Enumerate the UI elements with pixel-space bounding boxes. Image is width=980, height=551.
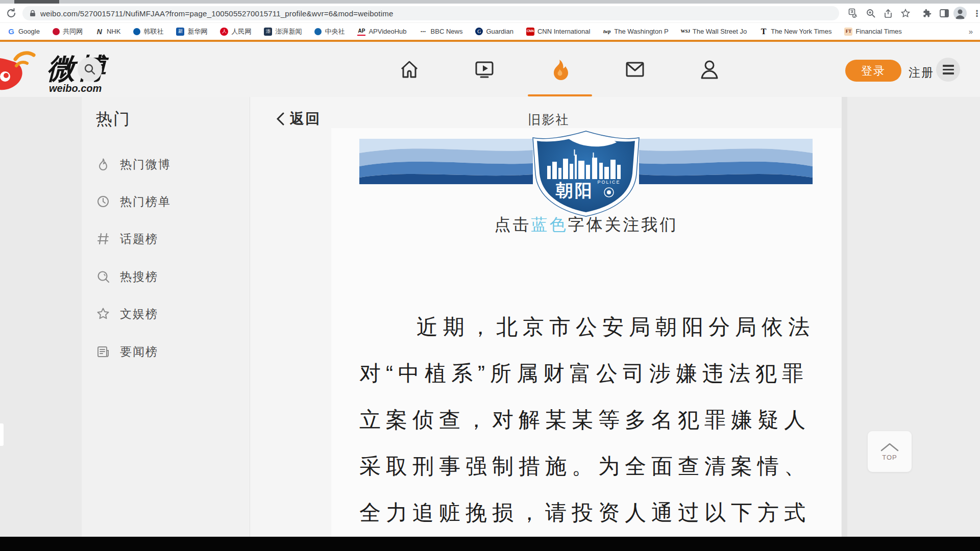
nyt-favicon-icon: T [760, 28, 768, 36]
article-card: 朝阳 POLICE 点击蓝色字体关注我们 近期，北京市公安局朝阳分局依法 对“中… [331, 128, 841, 537]
bottom-black-bar [0, 537, 980, 551]
chevron-up-icon [879, 442, 900, 452]
sidebar-item-entertainment[interactable]: 文娱榜 [96, 306, 158, 322]
browser-tabstrip [0, 0, 980, 4]
login-button[interactable]: 登录 [845, 60, 901, 82]
people-favicon-icon: 人 [220, 28, 228, 36]
clock-icon [96, 194, 110, 209]
wapo-favicon-icon: twp [603, 28, 611, 36]
article-paragraph: 近期，北京市公安局朝阳分局依法 对“中植系”所属财富公司涉嫌违法犯罪 立案侦查，… [359, 304, 816, 536]
bookmark-guardian[interactable]: GGuardian [475, 28, 513, 35]
article-line: 近期，北京市公安局朝阳分局依法 [359, 304, 816, 350]
sidebar-item-hot-weibo[interactable]: 热门微博 [96, 156, 171, 172]
video-icon [473, 58, 496, 81]
nav-video[interactable] [472, 57, 497, 82]
weibo-logo-subtitle: weibo.com [49, 83, 102, 94]
search-icon [83, 63, 96, 76]
bookmark-people[interactable]: 人人民网 [220, 27, 251, 36]
page-body: 热门 热门微博 热门榜单 话题榜 [0, 97, 980, 537]
user-icon [698, 58, 721, 81]
police-banner-image: 朝阳 POLICE [359, 139, 813, 184]
side-panel-icon[interactable] [938, 7, 950, 19]
back-button[interactable]: 返回 [276, 109, 321, 129]
kyodo-favicon-icon [53, 28, 60, 35]
hot-sidebar: 热门 热门微博 热门榜单 话题榜 [82, 97, 250, 537]
reload-icon[interactable] [5, 7, 17, 19]
nav-messages[interactable] [623, 57, 647, 82]
bookmark-nyt[interactable]: TThe New York Times [760, 28, 831, 36]
bookmark-wsj[interactable]: WSJThe Wall Street Jo [681, 28, 747, 36]
bookmark-bbc-news[interactable]: ▪▪▪BBC News [420, 28, 463, 36]
badge-name-text: 朝阳 [555, 181, 594, 200]
bookmark-kyodo[interactable]: 共同网 [53, 27, 83, 36]
star-rank-icon [96, 307, 110, 321]
extensions-icon[interactable] [921, 7, 933, 19]
chevron-left-icon [276, 112, 285, 126]
search-rank-icon [96, 269, 110, 284]
scrollbar-track[interactable] [842, 97, 847, 537]
bookmark-ft[interactable]: FTFinancial Times [844, 28, 901, 36]
bookmark-google[interactable]: GGoogle [7, 28, 40, 36]
ft-favicon-icon: FT [844, 28, 852, 36]
flame-icon [96, 157, 110, 171]
wsj-favicon-icon: WSJ [681, 28, 690, 36]
chaoyang-police-badge: 朝阳 POLICE [530, 130, 642, 218]
bookmark-washington-post[interactable]: twpThe Washington P [603, 28, 668, 36]
bookmark-yonhap[interactable]: 韩联社 [133, 27, 163, 36]
nhk-favicon-icon: N [95, 28, 104, 36]
menu-kebab-icon[interactable]: ⋮ [971, 7, 980, 19]
back-to-top-button[interactable]: TOP [868, 431, 912, 472]
news-icon [96, 344, 110, 359]
bookmark-nhk[interactable]: NNHK [95, 28, 120, 36]
bookmark-thepaper[interactable]: 澎澎湃新闻 [264, 27, 302, 36]
hamburger-icon [943, 65, 954, 67]
thepaper-favicon-icon: 澎 [264, 28, 272, 36]
search-button[interactable] [78, 57, 102, 82]
sidebar-item-news[interactable]: 要闻榜 [96, 343, 158, 360]
translate-icon[interactable] [847, 7, 860, 19]
left-edge-handle[interactable] [0, 423, 4, 446]
nav-home[interactable] [397, 57, 422, 82]
bookmark-xinhua[interactable]: 新新华网 [176, 27, 207, 36]
guardian-favicon-icon: G [475, 28, 483, 35]
bookmark-star-icon[interactable] [899, 7, 912, 19]
screen: weibo.com/5270015711/NufiMFJAA?from=page… [0, 0, 980, 551]
sidebar-item-hot-search[interactable]: 热搜榜 [96, 268, 158, 285]
mail-icon [623, 58, 647, 81]
share-icon[interactable] [882, 7, 894, 19]
cna-favicon-icon [314, 28, 322, 35]
nav-hot[interactable] [547, 57, 572, 82]
bookmarks-overflow-chevron[interactable]: » [969, 27, 973, 36]
bookmark-apvideohub[interactable]: APAPVideoHub [357, 28, 406, 36]
nav-profile[interactable] [697, 57, 722, 82]
banner-wave-right [639, 139, 813, 184]
banner-wave-left [359, 139, 533, 184]
zoom-icon[interactable] [865, 7, 877, 19]
weibo-header: 微博 weibo.com [0, 42, 980, 97]
address-bar[interactable]: weibo.com/5270015711/NufiMFJAA?from=page… [22, 6, 839, 20]
left-gutter [0, 97, 82, 537]
yonhap-favicon-icon [133, 28, 140, 35]
ap-favicon-icon: AP [357, 28, 365, 36]
badge-police-text: POLICE [597, 180, 620, 185]
blue-highlight-text[interactable]: 蓝色 [531, 215, 568, 234]
weibo-logo-icon[interactable] [0, 49, 36, 92]
profile-avatar[interactable] [953, 7, 967, 20]
main-column: 返回 旧影社 [250, 97, 847, 537]
follow-us-line: 点击蓝色字体关注我们 [331, 214, 841, 236]
menu-button[interactable] [936, 58, 960, 82]
browser-tab-remnant [14, 0, 59, 4]
sidebar-title: 热门 [96, 108, 131, 131]
google-favicon-icon: G [7, 28, 15, 36]
lock-icon [30, 10, 36, 17]
bookmarks-bar: GGoogle 共同网 NNHK 韩联社 新新华网 人人民网 澎澎湃新闻 中央社… [0, 23, 980, 40]
bookmark-cna[interactable]: 中央社 [314, 27, 345, 36]
xinhua-favicon-icon: 新 [176, 28, 184, 36]
sidebar-item-hot-lists[interactable]: 热门榜单 [96, 193, 171, 210]
cnn-favicon-icon: CNN [526, 28, 534, 36]
sidebar-item-topics[interactable]: 话题榜 [96, 231, 158, 247]
bookmark-cnn[interactable]: CNNCNN International [526, 28, 590, 36]
fire-icon [548, 58, 571, 81]
register-link[interactable]: 注册 [909, 65, 934, 81]
article-line: 全力追赃挽损，请投资人通过以下方式 [359, 489, 816, 536]
